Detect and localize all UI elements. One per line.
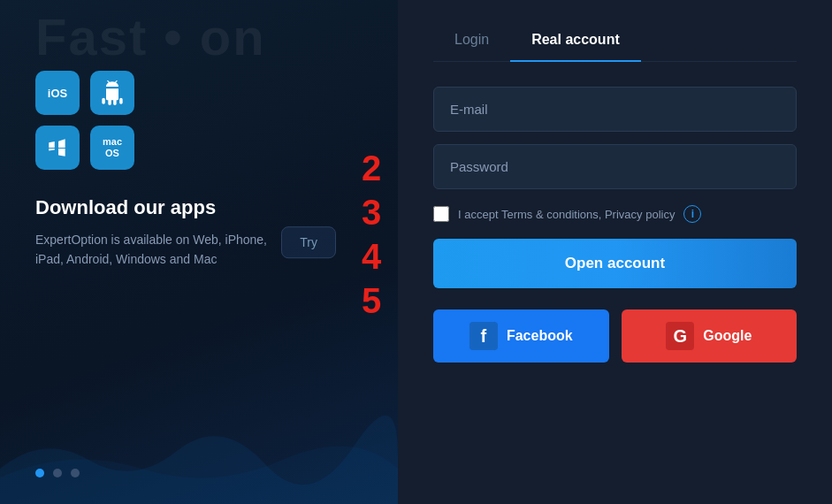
terms-row: I accept Terms & conditions, Privacy pol… <box>433 205 797 223</box>
try-button-area[interactable]: Try <box>281 226 336 258</box>
google-label: Google <box>703 328 752 344</box>
password-input[interactable] <box>433 144 797 189</box>
app-icons-grid: iOS macOS <box>35 71 363 170</box>
ios-icon[interactable]: iOS <box>35 71 80 115</box>
right-panel: Login Real account I accept Terms & cond… <box>398 0 832 504</box>
try-label: Try <box>300 235 317 249</box>
email-input[interactable] <box>433 87 797 132</box>
google-login-button[interactable]: G Google <box>622 309 798 363</box>
tab-real-account[interactable]: Real account <box>510 25 641 62</box>
download-title: Download our apps <box>35 196 363 219</box>
dot-2[interactable] <box>53 469 62 477</box>
step-5: 5 <box>345 279 398 323</box>
background-text: Fast • on <box>35 7 266 66</box>
dot-1[interactable] <box>35 469 44 477</box>
windows-icon[interactable] <box>35 126 80 170</box>
facebook-icon: f <box>469 322 498 350</box>
facebook-login-button[interactable]: f Facebook <box>433 309 609 363</box>
android-icon[interactable] <box>90 71 134 115</box>
wave-decoration <box>0 398 398 504</box>
email-group <box>433 87 797 132</box>
terms-label: I accept Terms & conditions, Privacy pol… <box>458 208 675 221</box>
carousel-dots <box>35 469 80 477</box>
macos-icon[interactable]: macOS <box>90 126 134 170</box>
step-2: 2 <box>345 146 398 190</box>
dot-3[interactable] <box>71 469 80 477</box>
social-login-buttons: f Facebook G Google <box>433 309 797 363</box>
google-icon: G <box>666 322 694 350</box>
password-group <box>433 144 797 189</box>
download-desc: ExpertOption is available on Web, iPhone… <box>35 230 283 270</box>
facebook-label: Facebook <box>507 328 573 344</box>
left-panel: Fast • on iOS macOS Try 2 3 4 5 Download… <box>0 0 398 504</box>
tab-login[interactable]: Login <box>433 25 510 62</box>
terms-checkbox[interactable] <box>433 206 449 222</box>
info-icon[interactable]: i <box>683 205 701 223</box>
step-4: 4 <box>345 234 398 279</box>
open-account-button[interactable]: Open account <box>433 239 797 288</box>
auth-tabs: Login Real account <box>433 25 797 62</box>
step-3: 3 <box>345 190 398 234</box>
